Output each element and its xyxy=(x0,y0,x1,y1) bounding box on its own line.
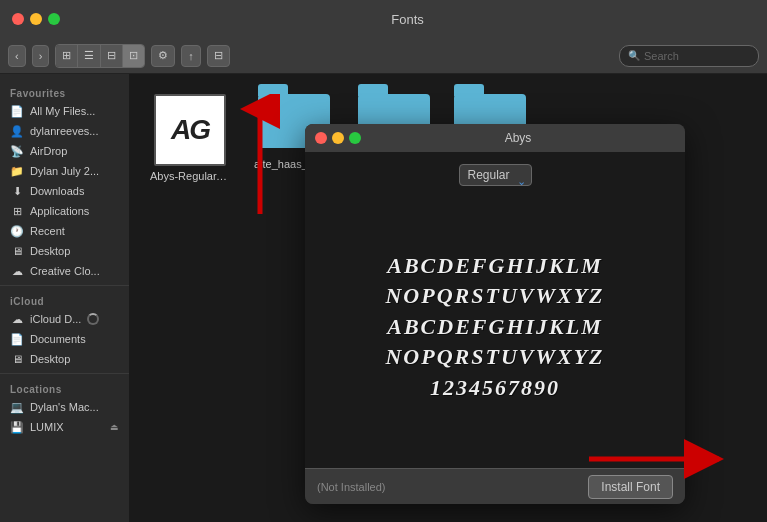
sidebar-item-applications[interactable]: ⊞ Applications xyxy=(0,201,129,221)
gallery-view-btn[interactable]: ⊡ xyxy=(123,45,144,67)
sidebar-item-dylanreeves[interactable]: 👤 dylanreeves... xyxy=(0,121,129,141)
column-view-btn[interactable]: ⊟ xyxy=(101,45,123,67)
modal-body: Regular ABCDEFGHIJKLM NOPQRSTUVWXYZ ABCD… xyxy=(305,152,685,468)
sidebar-label: Dylan's Mac... xyxy=(30,401,99,413)
minimize-button[interactable] xyxy=(30,13,42,25)
action-btn[interactable]: ⊟ xyxy=(207,45,230,67)
preview-line-3: ABCDEFGHIJKLM xyxy=(387,313,603,342)
font-preview-area: ABCDEFGHIJKLM NOPQRSTUVWXYZ ABCDEFGHIJKL… xyxy=(317,198,673,456)
style-dropdown-wrap: Regular xyxy=(459,164,532,198)
icon-view-btn[interactable]: ⊞ xyxy=(56,45,78,67)
sidebar-label: Recent xyxy=(30,225,65,237)
main-area: Favourites 📄 All My Files... 👤 dylanreev… xyxy=(0,74,767,522)
sidebar-item-downloads[interactable]: ⬇ Downloads xyxy=(0,181,129,201)
close-button[interactable] xyxy=(12,13,24,25)
sidebar-item-recent[interactable]: 🕐 Recent xyxy=(0,221,129,241)
sidebar-item-airdrop[interactable]: 📡 AirDrop xyxy=(0,141,129,161)
documents-icon: 📄 xyxy=(10,332,24,346)
sidebar-label: LUMIX xyxy=(30,421,64,433)
title-bar: Fonts xyxy=(0,0,767,38)
sidebar-divider-2 xyxy=(0,373,129,374)
file-icon: 📄 xyxy=(10,104,24,118)
share-btn[interactable]: ↑ xyxy=(181,45,201,67)
sidebar-label: Desktop xyxy=(30,245,70,257)
preview-line-5: 1234567890 xyxy=(430,374,560,403)
search-icon: 🔍 xyxy=(628,50,640,61)
cloud-icon: ☁ xyxy=(10,264,24,278)
search-placeholder: Search xyxy=(644,50,679,62)
arrange-btn[interactable]: ⚙ xyxy=(151,45,175,67)
sidebar-label: Desktop xyxy=(30,353,70,365)
file-name: Abys-Regular.otf xyxy=(150,170,230,182)
content-area: AG Abys-Regular.otf alte_haas_grotesk be… xyxy=(130,74,767,522)
modal-window-controls xyxy=(315,132,361,144)
icloud-icon: ☁ xyxy=(10,312,24,326)
sidebar-label: iCloud D... xyxy=(30,313,81,325)
back-button[interactable]: ‹ xyxy=(8,45,26,67)
airdrop-icon: 📡 xyxy=(10,144,24,158)
desktop-icon: 🖥 xyxy=(10,244,24,258)
sidebar-item-icloud-drive[interactable]: ☁ iCloud D... xyxy=(0,309,129,329)
modal-title-bar: Abys xyxy=(305,124,685,152)
view-controls: ⊞ ☰ ⊟ ⊡ xyxy=(55,44,145,68)
sidebar-item-lumix[interactable]: 💾 LUMIX ⏏ xyxy=(0,417,129,437)
favourites-title: Favourites xyxy=(0,82,129,101)
preview-line-1: ABCDEFGHIJKLM xyxy=(387,252,603,281)
sidebar-label: Downloads xyxy=(30,185,84,197)
sidebar-item-desktop[interactable]: 🖥 Desktop xyxy=(0,241,129,261)
sidebar-item-all-my-files[interactable]: 📄 All My Files... xyxy=(0,101,129,121)
sync-icon xyxy=(87,313,99,325)
modal-footer: (Not Installed) Install Font xyxy=(305,468,685,504)
desktop-icloud-icon: 🖥 xyxy=(10,352,24,366)
download-icon: ⬇ xyxy=(10,184,24,198)
file-item-abys[interactable]: AG Abys-Regular.otf xyxy=(150,94,230,182)
install-status: (Not Installed) xyxy=(317,481,385,493)
sidebar-label: Applications xyxy=(30,205,89,217)
sidebar-label: Creative Clo... xyxy=(30,265,100,277)
locations-title: Locations xyxy=(0,378,129,397)
clock-icon: 🕐 xyxy=(10,224,24,238)
sidebar-label: dylanreeves... xyxy=(30,125,98,137)
search-box[interactable]: 🔍 Search xyxy=(619,45,759,67)
forward-button[interactable]: › xyxy=(32,45,50,67)
sidebar-label: Documents xyxy=(30,333,86,345)
computer-icon: 💻 xyxy=(10,400,24,414)
modal-max-btn[interactable] xyxy=(349,132,361,144)
sidebar-item-documents[interactable]: 📄 Documents xyxy=(0,329,129,349)
sidebar-divider xyxy=(0,285,129,286)
sidebar: Favourites 📄 All My Files... 👤 dylanreev… xyxy=(0,74,130,522)
install-font-button[interactable]: Install Font xyxy=(588,475,673,499)
sidebar-item-dylans-mac[interactable]: 💻 Dylan's Mac... xyxy=(0,397,129,417)
modal-close-btn[interactable] xyxy=(315,132,327,144)
window-controls xyxy=(12,13,60,25)
toolbar: ‹ › ⊞ ☰ ⊟ ⊡ ⚙ ↑ ⊟ 🔍 Search xyxy=(0,38,767,74)
modal-title: Abys xyxy=(361,131,675,145)
font-modal: Abys Regular ABCDEFGHIJKLM NOPQRSTUVWXYZ… xyxy=(305,124,685,504)
icloud-title: iCloud xyxy=(0,290,129,309)
list-view-btn[interactable]: ☰ xyxy=(78,45,101,67)
sidebar-label: All My Files... xyxy=(30,105,95,117)
style-dropdown[interactable]: Regular xyxy=(459,164,532,186)
drive-icon: 💾 xyxy=(10,420,24,434)
eject-icon[interactable]: ⏏ xyxy=(110,422,119,432)
sidebar-label: AirDrop xyxy=(30,145,67,157)
maximize-button[interactable] xyxy=(48,13,60,25)
sidebar-item-creative-cloud[interactable]: ☁ Creative Clo... xyxy=(0,261,129,281)
sidebar-label: Dylan July 2... xyxy=(30,165,99,177)
sidebar-item-dylan-july[interactable]: 📁 Dylan July 2... xyxy=(0,161,129,181)
font-thumbnail: AG xyxy=(154,94,226,166)
window-title: Fonts xyxy=(60,12,755,27)
sidebar-item-desktop-icloud[interactable]: 🖥 Desktop xyxy=(0,349,129,369)
person-icon: 👤 xyxy=(10,124,24,138)
grid-icon: ⊞ xyxy=(10,204,24,218)
preview-line-4: NOPQRSTUVWXYZ xyxy=(385,343,604,372)
folder-icon: 📁 xyxy=(10,164,24,178)
preview-line-2: NOPQRSTUVWXYZ xyxy=(385,282,604,311)
modal-min-btn[interactable] xyxy=(332,132,344,144)
